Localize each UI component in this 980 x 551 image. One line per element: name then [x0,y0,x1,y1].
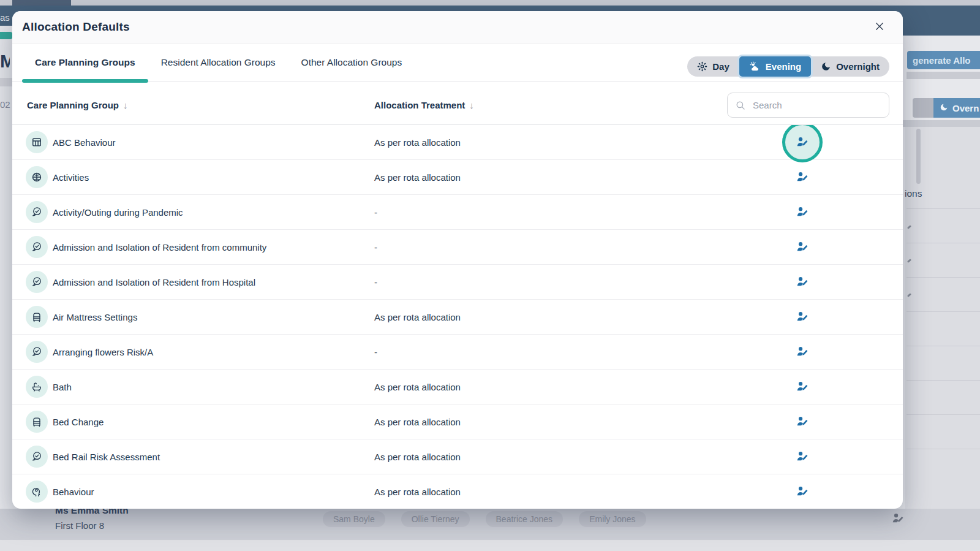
background-divider [907,449,980,449]
background-divider [907,243,980,243]
activity-ball-icon [26,166,48,188]
group-name: Admission and Isolation of Resident from… [53,277,255,287]
group-name: Bed Rail Risk Assessment [53,452,160,462]
sun-cloud-icon [749,61,761,72]
table-row-bed-change[interactable]: Bed ChangeAs per rota allocation [12,405,903,439]
tab-care-planning-groups[interactable]: Care Planning Groups [22,44,148,81]
allocation-treatment-value: - [374,242,377,253]
table-row-bed-rail-risk-assessment[interactable]: Bed Rail Risk AssessmentAs per rota allo… [12,439,903,474]
modal-title: Allocation Defaults [22,20,130,34]
column-header-care-planning-group[interactable]: Care Planning Group ↓ [27,100,374,110]
background-overnight-button-partial: Overn [933,98,980,118]
background-side-panel [905,127,980,509]
tab-label: Care Planning Groups [35,57,135,68]
allocation-treatment-value: As per rota allocation [374,172,461,183]
care-check-icon [26,341,48,363]
column-label: Care Planning Group [27,100,119,110]
tab-label: Other Allocation Groups [301,57,402,68]
sort-descending-icon: ↓ [123,100,128,110]
staff-chip-list: Sam BoyleOllie TierneyBeatrice JonesEmil… [323,511,646,527]
person-edit-icon [796,310,809,324]
care-planning-group-table: ABC BehaviourAs per rota allocationActiv… [12,124,903,509]
background-top-strip [0,0,980,6]
background-active-tab-underline [0,32,12,39]
assign-person-button[interactable] [782,471,823,509]
table-row-air-mattress-settings[interactable]: Air Mattress SettingsAs per rota allocat… [12,300,903,335]
moon-icon [940,103,948,113]
background-divider [907,277,980,278]
background-scrollbar-thumb [916,129,921,184]
search-input[interactable] [752,99,881,111]
table-row-activity-outing-during-pandemic[interactable]: Activity/Outing during Pandemic- [12,195,903,230]
background-strip [907,72,980,79]
table-row-admission-and-isolation-of-resident-from-community[interactable]: Admission and Isolation of Resident from… [12,230,903,265]
allocation-treatment-value: As per rota allocation [374,312,461,322]
person-edit-icon [796,380,809,393]
shift-segment-day[interactable]: Day [687,56,739,77]
background-divider [907,380,980,381]
background-overnight-label: Overn [952,103,979,113]
background-top-tab [12,0,71,6]
tab-resident-allocation-groups[interactable]: Resident Allocation Groups [148,44,288,81]
column-label: Allocation Treatment [374,100,465,110]
background-divider [907,208,980,209]
resident-location: First Floor 8 [55,520,104,531]
sort-descending-icon: ↓ [469,100,474,110]
group-name: Bath [53,382,72,392]
table-row-bath[interactable]: BathAs per rota allocation [12,370,903,405]
head-icon [26,481,48,503]
shift-segment-evening[interactable]: Evening [739,56,811,77]
background-strip [903,120,980,127]
tab-list: Care Planning GroupsResident Allocation … [22,44,415,81]
background-gray-strip [0,78,12,86]
person-edit-icon [796,240,809,254]
shift-segment-overnight[interactable]: Overnight [811,56,889,77]
person-edit-icon [796,345,809,359]
regenerate-allocations-button-partial: generate Allo [907,51,980,69]
table-row-admission-and-isolation-of-resident-from-hospital[interactable]: Admission and Isolation of Resident from… [12,265,903,300]
background-toggle-segment [913,98,933,118]
segment-label: Day [712,61,729,72]
background-nav-band-right [903,6,980,36]
background-nav-partial-text: as [0,12,11,23]
group-name: Admission and Isolation of Resident from… [53,242,266,253]
close-button[interactable] [871,18,888,36]
table-header: Care Planning Group ↓ Allocation Treatme… [12,82,903,124]
allocation-treatment-value: - [374,347,377,357]
shift-toggle: DayEveningOvernight [687,56,889,77]
background-date-partial: 02 [0,99,10,110]
care-check-icon [26,446,48,468]
allocation-treatment-value: As per rota allocation [374,487,461,497]
segment-label: Overnight [836,61,880,72]
background-bottom-strip [0,540,980,551]
table-row-abc-behaviour[interactable]: ABC BehaviourAs per rota allocation [12,125,903,160]
tabs-row: Care Planning GroupsResident Allocation … [12,44,903,82]
allocation-defaults-modal: Allocation Defaults Care Planning Groups… [12,11,903,509]
search-icon [735,100,746,111]
staff-chip-sam-boyle: Sam Boyle [323,511,385,527]
allocation-treatment-value: As per rota allocation [374,417,461,427]
bath-icon [26,376,48,398]
table-row-arranging-flowers-risk-a[interactable]: Arranging flowers Risk/A- [12,335,903,370]
search-box [727,93,889,118]
modal-header: Allocation Defaults [12,11,903,44]
person-edit-icon [796,275,809,289]
person-edit-icon [796,135,809,149]
care-check-icon [26,201,48,223]
table-row-activities[interactable]: ActivitiesAs per rota allocation [12,160,903,195]
close-icon [874,21,885,34]
background-suggestions-partial: ions [905,188,922,199]
tab-other-allocation-groups[interactable]: Other Allocation Groups [288,44,415,81]
background-page-title-partial: M [0,51,10,70]
group-name: Activities [53,172,89,183]
staff-chip-ollie-tierney: Ollie Tierney [401,511,470,527]
background-divider [907,414,980,415]
column-header-allocation-treatment[interactable]: Allocation Treatment ↓ [374,100,727,110]
staff-chip-beatrice-jones: Beatrice Jones [486,511,564,527]
staff-chip-emily-jones: Emily Jones [579,511,646,527]
table-row-behaviour[interactable]: BehaviourAs per rota allocation [12,474,903,509]
person-edit-icon [796,415,809,428]
table-chart-icon [26,131,48,153]
bed-icon [26,306,48,328]
tab-label: Resident Allocation Groups [161,57,276,68]
